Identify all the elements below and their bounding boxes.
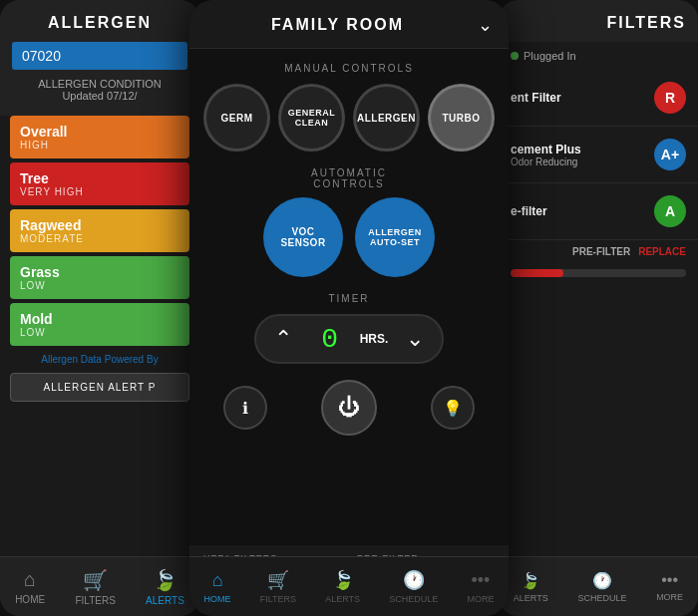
timer-pill: ⌃ 0 HRS. ⌄ (254, 314, 445, 364)
pre-filter-bar (499, 263, 698, 283)
powered-by-text: Allergen Data Powered By (0, 354, 199, 365)
center-more-icon: ••• (471, 570, 490, 591)
auto-controls-label: AUTOMATICCONTROLS (203, 167, 495, 189)
right-panel-title: FILTERS (511, 14, 686, 32)
timer-increment-button[interactable]: ⌄ (398, 322, 432, 356)
center-nav-schedule[interactable]: 🕐 SCHEDULE (381, 565, 446, 608)
center-nav-more[interactable]: ••• MORE (459, 566, 502, 608)
allergen-condition-label: ALLERGEN CONDITION Updated 07/12/ (12, 78, 187, 102)
filter-item-0[interactable]: ent Filter R (499, 70, 698, 127)
allergen-auto-set-button[interactable]: ALLERGENAUTO-SET (355, 197, 435, 277)
timer-label: TIMER (203, 293, 495, 304)
center-nav-filters[interactable]: 🛒 FILTERS (252, 565, 304, 608)
timer-value: 0 (310, 324, 350, 355)
screen-container: ALLERGEN ALLERGEN CONDITION Updated 07/1… (0, 0, 698, 616)
filter-badge-2: A (654, 195, 686, 227)
right-panel: FILTERS Plugged In ent Filter R cement P… (499, 0, 698, 616)
right-schedule-icon: 🕐 (592, 571, 612, 590)
center-bottom-nav: ⌂ HOME 🛒 FILTERS 🍃 ALERTS 🕐 SCHEDULE •••… (189, 556, 509, 616)
turbo-button[interactable]: TURBO (428, 84, 495, 152)
dropdown-icon[interactable]: ⌄ (478, 14, 493, 36)
light-button[interactable]: 💡 (431, 386, 475, 430)
left-nav-home[interactable]: ⌂ HOME (15, 568, 45, 605)
pre-filter-bar-fill (511, 269, 563, 277)
center-nav-home[interactable]: ⌂ HOME (196, 566, 239, 608)
timer-controls: ⌃ 0 HRS. ⌄ (203, 314, 495, 364)
right-more-icon: ••• (661, 571, 678, 589)
auto-controls: VOCSENSOR ALLERGENAUTO-SET (203, 197, 495, 277)
left-panel-header: ALLERGEN ALLERGEN CONDITION Updated 07/1… (0, 0, 199, 116)
pre-filter-replace: PRE-FILTER REPLACE (499, 240, 698, 263)
right-nav-more[interactable]: ••• MORE (656, 571, 683, 602)
plug-status-dot (511, 52, 519, 60)
allergen-button[interactable]: ALLERGEN (353, 84, 420, 152)
bottom-actions: ℹ ⏻ 💡 (203, 380, 495, 436)
allergen-item-grass[interactable]: Grass LOW (10, 256, 189, 299)
alert-button[interactable]: ALLERGEN ALERT P (10, 373, 189, 402)
plugged-in-text: Plugged In (524, 50, 576, 62)
timer-hrs-label: HRS. (360, 332, 389, 346)
left-nav-alerts[interactable]: 🍃 ALERTS (146, 568, 184, 606)
right-bottom-nav: 🍃 ALERTS 🕐 SCHEDULE ••• MORE (499, 556, 698, 616)
pre-filter-replace-action: REPLACE (638, 246, 686, 257)
center-filters-icon: 🛒 (267, 569, 289, 591)
manual-controls: GERM GENERALCLEAN ALLERGEN TURBO (203, 84, 495, 152)
home-icon: ⌂ (24, 568, 36, 591)
center-schedule-icon: 🕐 (403, 569, 425, 591)
left-panel: ALLERGEN ALLERGEN CONDITION Updated 07/1… (0, 0, 199, 616)
left-nav-filters[interactable]: 🛒 FILTERS (75, 568, 115, 606)
germ-button[interactable]: GERM (203, 84, 270, 152)
right-alerts-icon: 🍃 (521, 571, 540, 590)
center-header: FAMILY ROOM ⌄ (189, 0, 509, 49)
alerts-icon: 🍃 (153, 568, 177, 592)
right-nav-schedule[interactable]: 🕐 SCHEDULE (577, 571, 626, 603)
allergen-item-tree[interactable]: Tree VERY HIGH (10, 162, 189, 205)
filters-icon: 🛒 (83, 568, 108, 592)
timer-decrement-button[interactable]: ⌃ (266, 322, 300, 356)
plugged-in-status: Plugged In (499, 42, 698, 70)
filter-badge-0: R (654, 82, 686, 114)
right-nav-alerts[interactable]: 🍃 ALERTS (514, 571, 548, 603)
zip-input[interactable] (12, 42, 187, 70)
allergen-item-ragweed[interactable]: Ragweed MODERATE (10, 209, 189, 252)
manual-controls-label: MANUAL CONTROLS (203, 63, 495, 74)
center-alerts-icon: 🍃 (332, 569, 354, 591)
center-panel: FAMILY ROOM ⌄ MANUAL CONTROLS GERM GENER… (189, 0, 509, 616)
voc-sensor-button[interactable]: VOCSENSOR (263, 197, 343, 277)
filter-item-2[interactable]: e-filter A (499, 183, 698, 240)
power-button[interactable]: ⏻ (321, 380, 377, 436)
center-home-icon: ⌂ (212, 570, 223, 591)
pre-filter-label: PRE-FILTER (572, 246, 630, 257)
center-title: FAMILY ROOM (205, 16, 470, 34)
general-clean-button[interactable]: GENERALCLEAN (278, 84, 345, 152)
timer-section: TIMER ⌃ 0 HRS. ⌄ (203, 293, 495, 364)
center-nav-alerts[interactable]: 🍃 ALERTS (317, 565, 368, 608)
filter-item-1[interactable]: cement Plus Odor Reducing A+ (499, 127, 698, 183)
center-content: MANUAL CONTROLS GERM GENERALCLEAN ALLERG… (189, 49, 509, 545)
left-panel-title: ALLERGEN (12, 14, 187, 32)
allergen-item-overall[interactable]: Overall HIGH (10, 116, 189, 158)
right-panel-header: FILTERS (499, 0, 698, 42)
allergen-items: Overall HIGH Tree VERY HIGH Ragweed MODE… (0, 116, 199, 346)
left-bottom-nav: ⌂ HOME 🛒 FILTERS 🍃 ALERTS (0, 556, 199, 616)
filter-badge-1: A+ (654, 139, 686, 170)
allergen-item-mold[interactable]: Mold LOW (10, 303, 189, 346)
info-button[interactable]: ℹ (223, 386, 267, 430)
